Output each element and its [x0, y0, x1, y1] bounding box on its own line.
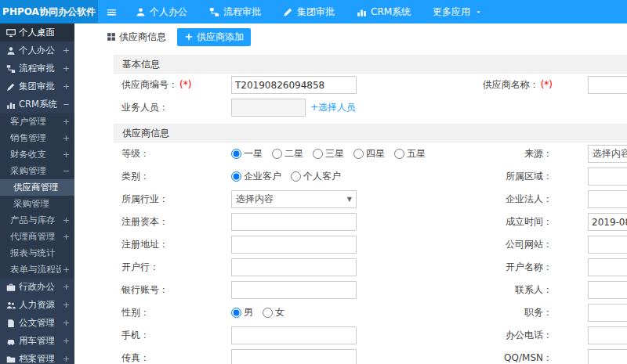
category-radio-1[interactable]: 个人客户: [291, 170, 341, 183]
field-label: QQ/MSN：: [470, 351, 588, 364]
bank-input[interactable]: [231, 258, 357, 276]
source-select[interactable]: 选择内容▼: [588, 145, 627, 163]
category-radio-input[interactable]: [291, 171, 301, 182]
sidebar-item-supplier-mgmt[interactable]: 供应商管理: [0, 179, 74, 196]
field-cell: [588, 190, 627, 208]
category-radio-input[interactable]: [231, 171, 241, 182]
supplier-form-panel: 基本信息供应商编号：(*)供应商名称：(*)业务人员：+选择人员供应商信息等级：…: [114, 55, 627, 364]
nav-more-apps[interactable]: 更多应用: [422, 0, 493, 23]
gender-radio-input[interactable]: [231, 308, 241, 318]
expand-plus-icon: +: [61, 282, 70, 292]
top-navigation: 个人办公流程审批集团审批CRM系统更多应用: [125, 0, 493, 23]
founded-date-input[interactable]: [588, 213, 627, 231]
sidebar-item-reports-stats[interactable]: 报表与统计: [0, 245, 74, 261]
nav-crm-system[interactable]: CRM系统: [346, 0, 422, 23]
field-label: 传真：: [114, 351, 231, 364]
menu-toggle-icon[interactable]: ≡: [98, 0, 125, 23]
sidebar-item-workflow-approval[interactable]: 流程审批+: [0, 59, 74, 77]
supplier-name-input[interactable]: [588, 76, 627, 94]
region-input[interactable]: [588, 168, 627, 186]
edit-icon: [283, 7, 293, 17]
sidebar-item-personal-desktop[interactable]: 个人桌面: [0, 23, 74, 41]
level-radio-1[interactable]: 二星: [272, 147, 303, 160]
gender-radio-input[interactable]: [263, 308, 273, 318]
category-radio-0[interactable]: 企业客户: [231, 170, 281, 183]
required-mark: (*): [541, 79, 553, 90]
level-radio-0[interactable]: 一星: [231, 147, 263, 160]
collapse-minus-icon: −: [61, 99, 70, 110]
field-label: 注册地址：: [114, 238, 231, 251]
industry-select[interactable]: 选择内容▼: [231, 190, 357, 208]
sidebar-item-archive-mgmt[interactable]: 档案管理+: [0, 350, 74, 364]
nav-personal-office[interactable]: 个人办公: [125, 0, 198, 23]
bank-account-input[interactable]: [231, 281, 357, 299]
sidebar-item-document-mgmt[interactable]: 公文管理+: [0, 314, 74, 332]
sidebar-item-hr[interactable]: 人力资源+: [0, 296, 74, 314]
field-cell: [588, 236, 627, 254]
sidebar-item-personal-office[interactable]: 个人办公+: [0, 41, 74, 59]
sidebar-item-crm-system[interactable]: CRM系统−: [0, 96, 74, 114]
sidebar-item-label: 个人桌面: [19, 27, 55, 38]
sidebar-item-customer-mgmt[interactable]: 客户管理+: [0, 114, 74, 130]
nav-label: CRM系统: [371, 5, 411, 19]
gender-radio-0[interactable]: 男: [231, 306, 253, 319]
mobile-input[interactable]: [231, 326, 357, 344]
people-icon: [6, 301, 16, 310]
registered-capital-input[interactable]: [231, 213, 357, 231]
level-radio-input[interactable]: [231, 149, 241, 159]
qq-msn-input[interactable]: [588, 349, 627, 364]
sidebar-item-label: 产品与库存: [10, 214, 56, 226]
expand-plus-icon: +: [61, 133, 70, 143]
fax-input[interactable]: [231, 349, 357, 364]
level-radio-4[interactable]: 五星: [394, 147, 426, 160]
sidebar-item-form-flow-settings[interactable]: 表单与流程设置+: [0, 261, 74, 278]
form-row: 业务人员：+选择人员: [114, 96, 627, 119]
grid-icon: [107, 32, 116, 41]
level-radio-2[interactable]: 三星: [313, 147, 344, 160]
sidebar-item-agent-mgmt[interactable]: 代理商管理+: [0, 229, 74, 245]
level-radio-input[interactable]: [272, 149, 282, 159]
nav-label: 流程审批: [223, 5, 261, 19]
legal-person-input[interactable]: [588, 190, 627, 208]
job-title-input[interactable]: [588, 304, 627, 322]
page-layout: 个人桌面个人办公+流程审批+集团审批+CRM系统−客户管理+销售管理+财务收支+…: [0, 23, 627, 364]
nav-group-approval[interactable]: 集团审批: [272, 0, 346, 23]
contact-input[interactable]: [588, 281, 627, 299]
select-value: 选择内容: [593, 147, 627, 160]
sidebar-item-label: 采购管理: [13, 198, 49, 210]
required-mark: (*): [179, 79, 191, 90]
staff-input[interactable]: [231, 99, 306, 117]
supplier-code-input[interactable]: [231, 76, 357, 94]
tab-supplier-info[interactable]: 供应商信息: [102, 28, 171, 46]
sidebar-item-sales-mgmt[interactable]: 销售管理+: [0, 130, 74, 146]
tab-supplier-add[interactable]: 供应商添加: [177, 28, 251, 46]
sidebar-item-admin-office[interactable]: 行政办公+: [0, 278, 74, 296]
sidebar-item-product-inventory[interactable]: 产品与库存+: [0, 212, 74, 229]
form-row: 注册地址：公司网站：: [114, 233, 627, 256]
select-value: 选择内容: [236, 193, 274, 206]
gender-radio-1[interactable]: 女: [263, 306, 285, 319]
sidebar-item-purchase-mgmt[interactable]: 采购管理: [0, 196, 74, 212]
office-phone-input[interactable]: [588, 326, 627, 344]
sidebar-item-purchasing-mgmt[interactable]: 采购管理−: [0, 163, 74, 179]
registered-address-input[interactable]: [231, 236, 357, 254]
sidebar-item-label: 用车管理: [19, 335, 55, 347]
level-radio-3[interactable]: 四星: [353, 147, 385, 160]
level-radio-input[interactable]: [353, 149, 364, 159]
select-person-link[interactable]: +选择人员: [310, 101, 356, 114]
level-radio-input[interactable]: [313, 149, 323, 159]
radio-label: 一星: [244, 147, 263, 160]
sidebar-item-vehicle-mgmt[interactable]: 用车管理+: [0, 332, 74, 350]
chart-icon: [357, 7, 367, 17]
nav-workflow-approval[interactable]: 流程审批: [198, 0, 272, 23]
account-name-input[interactable]: [588, 258, 627, 276]
form-row: 银行账号：联系人：: [114, 279, 627, 301]
sidebar-item-label: 财务收支: [10, 149, 46, 160]
form-row: 开户行：开户名称：: [114, 256, 627, 279]
level-radio-input[interactable]: [394, 149, 404, 159]
sidebar-item-finance-income-expense[interactable]: 财务收支+: [0, 146, 74, 163]
website-input[interactable]: [588, 236, 627, 254]
sidebar-item-group-approval[interactable]: 集团审批+: [0, 77, 74, 96]
field-cell: [588, 326, 627, 344]
radio-label: 二星: [285, 147, 303, 160]
